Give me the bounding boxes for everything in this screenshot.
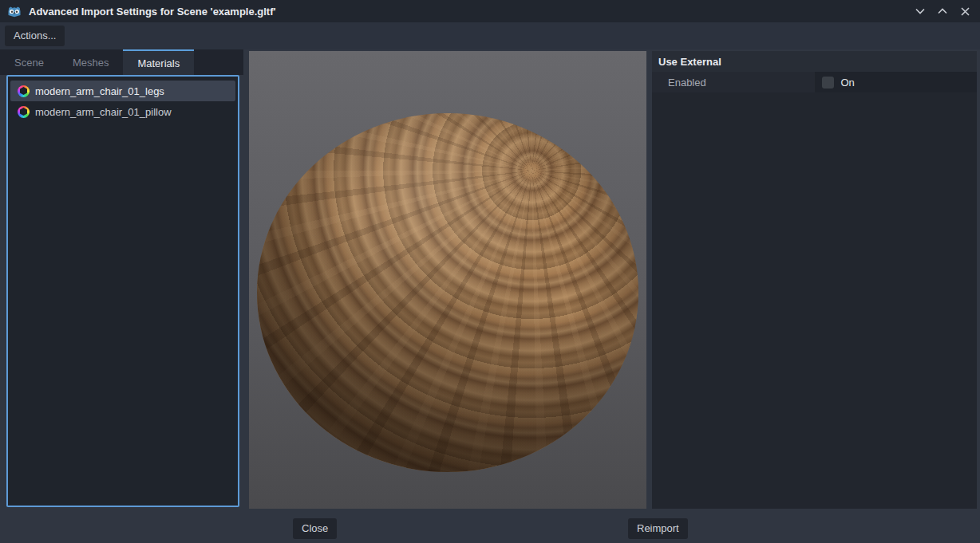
list-item[interactable]: modern_arm_chair_01_legs: [10, 81, 235, 101]
titlebar: Advanced Import Settings for Scene 'exam…: [0, 0, 980, 22]
property-row-enabled: Enabled On: [652, 72, 977, 92]
reimport-button[interactable]: Reimport: [628, 518, 688, 539]
advanced-import-settings-dialog: Advanced Import Settings for Scene 'exam…: [0, 0, 980, 543]
tab-bar: Scene Meshes Materials: [0, 49, 243, 75]
inspector-panel: Use External Enabled On: [652, 51, 977, 509]
close-x-icon[interactable]: [959, 6, 970, 17]
preview-sphere: [257, 113, 638, 472]
material-name: modern_arm_chair_01_pillow: [35, 106, 172, 118]
tab-materials[interactable]: Materials: [123, 49, 194, 75]
section-header-use-external[interactable]: Use External: [652, 51, 977, 72]
enabled-checkbox[interactable]: [822, 77, 834, 89]
close-button[interactable]: Close: [293, 518, 337, 539]
material-list: modern_arm_chair_01_legs modern_arm_chai…: [6, 75, 239, 507]
material-name: modern_arm_chair_01_legs: [35, 85, 164, 97]
standard-material-3d-icon: [18, 106, 30, 118]
tab-meshes[interactable]: Meshes: [58, 49, 124, 75]
enabled-checkbox-label: On: [841, 77, 855, 89]
actions-button[interactable]: Actions...: [5, 26, 65, 46]
material-preview-viewport[interactable]: [249, 51, 646, 509]
window-controls: [915, 6, 970, 17]
property-value: On: [815, 72, 978, 92]
window-title: Advanced Import Settings for Scene 'exam…: [29, 6, 276, 18]
property-label: Enabled: [652, 72, 815, 92]
maximize-chevron-up-icon[interactable]: [937, 6, 948, 17]
godot-logo-icon: [7, 6, 22, 18]
tab-scene[interactable]: Scene: [0, 49, 58, 75]
standard-material-3d-icon: [18, 85, 30, 97]
minimize-chevron-down-icon[interactable]: [915, 6, 926, 17]
list-item[interactable]: modern_arm_chair_01_pillow: [10, 101, 235, 122]
actions-toolbar: Actions...: [0, 22, 980, 49]
